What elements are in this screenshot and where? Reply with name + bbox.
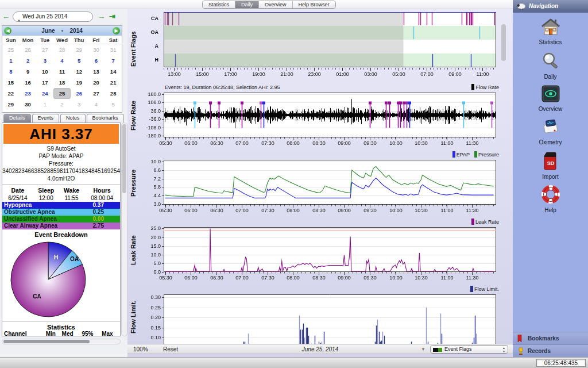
calendar-day[interactable]: 30	[20, 99, 37, 110]
calendar-day[interactable]: 29	[71, 44, 88, 55]
nav-item-statistics[interactable]: Statistics	[513, 18, 588, 51]
calendar-day[interactable]: 14	[105, 66, 122, 77]
calendar-day[interactable]: 21	[105, 77, 122, 88]
flow-limit-legend: Flow Limit.	[470, 286, 499, 292]
calendar-day[interactable]: 8	[2, 66, 20, 77]
oximeter-icon	[541, 118, 560, 138]
calendar-month[interactable]: June	[41, 28, 55, 34]
nav-item-help[interactable]: Help	[513, 185, 588, 217]
calendar-day[interactable]: 27	[36, 44, 53, 55]
calendar-day[interactable]: 29	[2, 99, 20, 110]
panel-tab-details[interactable]: Details	[3, 114, 31, 122]
tab-help-browser[interactable]: Help Browser	[293, 1, 335, 8]
tab-overview[interactable]: Overview	[259, 1, 293, 8]
calendar-day[interactable]: 1	[36, 99, 53, 110]
calendar-day[interactable]: 30	[88, 44, 105, 55]
calendar-day[interactable]: 26	[71, 88, 88, 99]
calendar-day[interactable]: 16	[20, 77, 37, 88]
event-index-row: Clear Airway Apnea2.75	[2, 223, 120, 229]
stats-col-header: Channel	[2, 331, 44, 336]
flow-limit-canvas[interactable]	[129, 292, 499, 344]
calendar-day[interactable]: 4	[53, 55, 71, 66]
calendar-day[interactable]: 20	[88, 77, 105, 88]
nav-item-overview[interactable]: Overview	[513, 85, 588, 117]
divider	[2, 321, 120, 322]
calendar-day[interactable]: 10	[36, 66, 53, 77]
calendar-day[interactable]: 24	[36, 88, 53, 99]
scrollbar-thumb[interactable]	[3, 340, 90, 343]
calendar-day[interactable]: 27	[88, 88, 105, 99]
calendar-day[interactable]: 7	[105, 55, 122, 66]
calendar-day[interactable]: 15	[2, 77, 20, 88]
calendar-day[interactable]: 9	[20, 66, 37, 77]
calendar-grid: 2526272829303112345678910111213141516171…	[2, 44, 122, 110]
date-field[interactable]: ▲ Wed Jun 25 2014	[13, 12, 93, 22]
panel-tab-bookmarks[interactable]: Bookmarks	[87, 114, 124, 122]
calendar-prev-month-button[interactable]: ◀	[4, 27, 11, 34]
panel-tab-notes[interactable]: Notes	[60, 114, 86, 122]
calendar-day[interactable]: 4	[88, 99, 105, 110]
event-flags-dropdown[interactable]: Event Flags ▲▼	[430, 345, 508, 354]
details-vertical-scrollbar[interactable]	[121, 122, 127, 336]
calendar-day[interactable]: 25	[2, 44, 20, 55]
event-row-value: 0.37	[93, 202, 104, 209]
calendar-day[interactable]: 13	[88, 66, 105, 77]
prev-day-arrow[interactable]: ←	[2, 12, 10, 21]
calendar-day[interactable]: 11	[53, 66, 71, 77]
pie-title: Event Breakdown	[2, 231, 120, 238]
pressure-canvas[interactable]	[129, 158, 499, 216]
calendar-day[interactable]: 3	[36, 55, 53, 66]
calendar-day[interactable]: 31	[105, 44, 122, 55]
calendar-day[interactable]: 5	[71, 55, 88, 66]
calendar-day[interactable]: 23	[20, 88, 37, 99]
date-field-value: Wed Jun 25 2014	[22, 13, 67, 20]
calendar-day[interactable]: 12	[71, 66, 88, 77]
calendar: ◀ June ▼ 2014 ▶ SunMonTueWedThuFriSat 25…	[2, 25, 122, 113]
calendar-day[interactable]: 18	[53, 77, 71, 88]
legend-swatch-icon	[470, 286, 473, 292]
calendar-day[interactable]: 26	[20, 44, 37, 55]
scrollbar-thumb[interactable]	[122, 124, 126, 193]
flow-rate-chart	[129, 90, 499, 148]
calendar-day[interactable]: 22	[2, 88, 20, 99]
sd-card-icon: SD	[544, 152, 558, 172]
collapse-triangle-button[interactable]: ▼	[421, 347, 425, 352]
nav-item-import[interactable]: SDImport	[513, 152, 588, 184]
next-day-arrow[interactable]: →	[98, 12, 105, 21]
scrollbar-thumb[interactable]	[501, 24, 506, 61]
legend-entry: Pressure	[474, 151, 499, 158]
calendar-day[interactable]: 6	[88, 55, 105, 66]
panel-tab-events[interactable]: Events	[32, 114, 60, 122]
calendar-day-selected[interactable]: 25	[53, 88, 71, 99]
calendar-dow: Tue	[36, 36, 53, 44]
leak-rate-chart	[129, 225, 499, 283]
calendar-day[interactable]: 28	[105, 88, 122, 99]
nav-item-daily[interactable]: Daily	[513, 52, 588, 84]
calendar-day[interactable]: 28	[53, 44, 71, 55]
charts-vertical-scrollbar[interactable]	[500, 10, 507, 344]
latest-day-arrow[interactable]: ⇥	[109, 12, 115, 21]
sleepyhead-window: StatisticsDailyOverviewHelp Browser ← ▲ …	[0, 0, 588, 368]
calendar-day[interactable]: 2	[53, 99, 71, 110]
calendar-day[interactable]: 17	[36, 77, 53, 88]
records-section[interactable]: Records	[513, 344, 588, 357]
leak-rate-canvas[interactable]	[129, 225, 499, 283]
event-flags-canvas[interactable]	[129, 10, 499, 82]
tab-statistics[interactable]: Statistics	[203, 1, 235, 8]
calendar-day[interactable]: 3	[71, 99, 88, 110]
dropdown-value: Event Flags	[444, 346, 472, 352]
calendar-day[interactable]: 1	[2, 55, 20, 66]
stats-col-header: Med	[60, 331, 80, 336]
calendar-day-headers: SunMonTueWedThuFriSat	[2, 36, 122, 44]
calendar-dow: Sat	[105, 36, 122, 44]
bookmarks-section[interactable]: Bookmarks	[513, 332, 588, 344]
calendar-day[interactable]: 19	[71, 77, 88, 88]
calendar-day[interactable]: 2	[20, 55, 37, 66]
nav-item-oximetry[interactable]: Oximetry	[513, 118, 588, 151]
details-horizontal-scrollbar[interactable]	[2, 339, 121, 344]
tab-daily[interactable]: Daily	[235, 1, 259, 8]
flow-rate-canvas[interactable]	[129, 90, 499, 148]
calendar-day[interactable]: 5	[105, 99, 122, 110]
calendar-next-month-button[interactable]: ▶	[113, 27, 120, 34]
charts-bottom-bar: 100% Reset June 25, 2014 ▼ Event Flags ▲…	[127, 344, 513, 354]
